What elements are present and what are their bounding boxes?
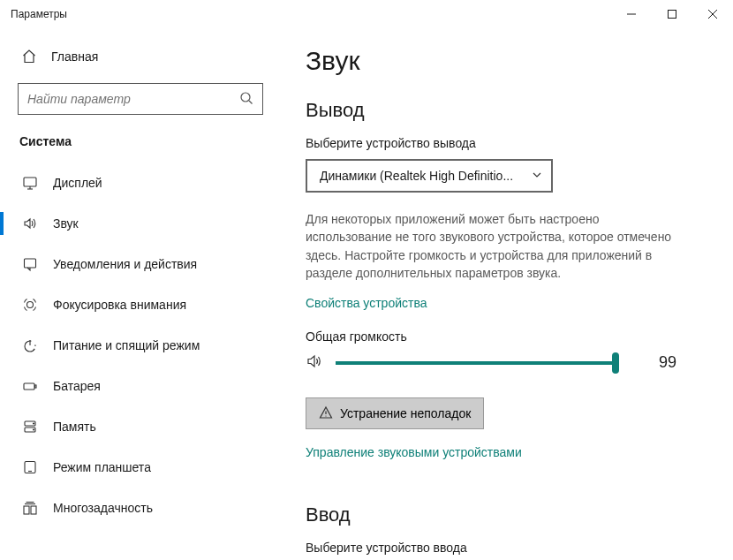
input-heading: Ввод — [306, 503, 680, 526]
output-device-dropdown[interactable]: Динамики (Realtek High Definitio... — [306, 159, 553, 193]
power-icon — [21, 337, 39, 353]
nav-item-sound[interactable]: Звук — [18, 203, 268, 244]
troubleshoot-label: Устранение неполадок — [340, 406, 471, 420]
sound-icon — [21, 216, 39, 231]
close-button[interactable] — [692, 0, 733, 28]
svg-point-18 — [34, 429, 34, 430]
svg-rect-21 — [24, 506, 29, 514]
svg-rect-9 — [25, 259, 36, 268]
nav-item-label: Память — [53, 420, 96, 434]
search-input[interactable] — [27, 92, 239, 106]
troubleshoot-button[interactable]: Устранение неполадок — [306, 397, 484, 429]
nav-item-label: Дисплей — [53, 176, 102, 190]
display-icon — [21, 175, 39, 191]
titlebar: Параметры — [0, 0, 733, 28]
nav-item-power[interactable]: Питание и спящий режим — [18, 325, 268, 366]
svg-rect-6 — [24, 178, 36, 186]
volume-row: 99 — [306, 352, 680, 373]
minimize-button[interactable] — [611, 0, 652, 28]
nav-item-display[interactable]: Дисплей — [18, 163, 268, 203]
nav-item-label: Фокусировка внимания — [53, 298, 186, 312]
sidebar: Главная Система ДисплейЗвукУведомления и… — [0, 28, 274, 560]
home-button[interactable]: Главная — [18, 39, 268, 74]
svg-rect-13 — [24, 383, 34, 390]
multitasking-icon — [21, 500, 39, 516]
window-title: Параметры — [11, 8, 611, 20]
nav-item-battery[interactable]: Батарея — [18, 366, 268, 406]
tablet-icon — [21, 459, 39, 475]
output-heading: Вывод — [306, 99, 680, 122]
window-buttons — [611, 0, 733, 28]
nav-item-label: Звук — [53, 216, 79, 231]
svg-point-26 — [325, 415, 326, 416]
nav-item-label: Режим планшета — [53, 460, 151, 474]
page-title: Звук — [306, 46, 680, 76]
focus-icon — [21, 297, 39, 313]
svg-point-10 — [27, 302, 34, 308]
nav-item-label: Многозадачность — [53, 501, 153, 515]
category-title: Система — [18, 134, 268, 148]
nav-item-notifications[interactable]: Уведомления и действия — [18, 244, 268, 284]
input-device-label: Выберите устройство ввода — [306, 541, 680, 555]
output-device-value: Динамики (Realtek High Definitio... — [320, 169, 532, 183]
home-icon — [21, 49, 37, 64]
svg-point-17 — [34, 423, 34, 424]
manage-devices-link[interactable]: Управление звуковыми устройствами — [306, 445, 522, 459]
device-properties-link[interactable]: Свойства устройства — [306, 296, 427, 310]
output-description: Для некоторых приложений может быть наст… — [306, 210, 680, 282]
nav-item-label: Батарея — [53, 379, 101, 393]
nav-item-multitasking[interactable]: Многозадачность — [18, 488, 268, 528]
svg-line-5 — [249, 101, 253, 104]
volume-value: 99 — [659, 353, 680, 372]
search-box[interactable] — [18, 83, 263, 115]
svg-rect-14 — [35, 385, 37, 388]
speaker-icon[interactable] — [306, 352, 323, 373]
output-device-label: Выберите устройство вывода — [306, 136, 680, 150]
svg-point-4 — [241, 93, 250, 102]
notifications-icon — [21, 256, 39, 272]
nav-item-tablet[interactable]: Режим планшета — [18, 447, 268, 488]
svg-rect-1 — [669, 11, 676, 19]
home-label: Главная — [51, 49, 98, 64]
nav-item-label: Питание и спящий режим — [53, 338, 200, 352]
volume-label: Общая громкость — [306, 329, 680, 344]
chevron-down-icon — [532, 169, 542, 183]
warning-icon — [319, 405, 333, 422]
maximize-button[interactable] — [652, 0, 692, 28]
main-content: Звук Вывод Выберите устройство вывода Ди… — [274, 28, 733, 560]
storage-icon — [21, 419, 39, 435]
battery-icon — [21, 378, 39, 394]
nav-item-focus[interactable]: Фокусировка внимания — [18, 284, 268, 325]
volume-slider[interactable] — [336, 354, 618, 372]
svg-rect-22 — [31, 506, 36, 514]
nav-item-storage[interactable]: Память — [18, 406, 268, 447]
search-icon — [239, 91, 253, 108]
nav-list: ДисплейЗвукУведомления и действияФокусир… — [18, 163, 268, 528]
nav-item-label: Уведомления и действия — [53, 257, 197, 271]
